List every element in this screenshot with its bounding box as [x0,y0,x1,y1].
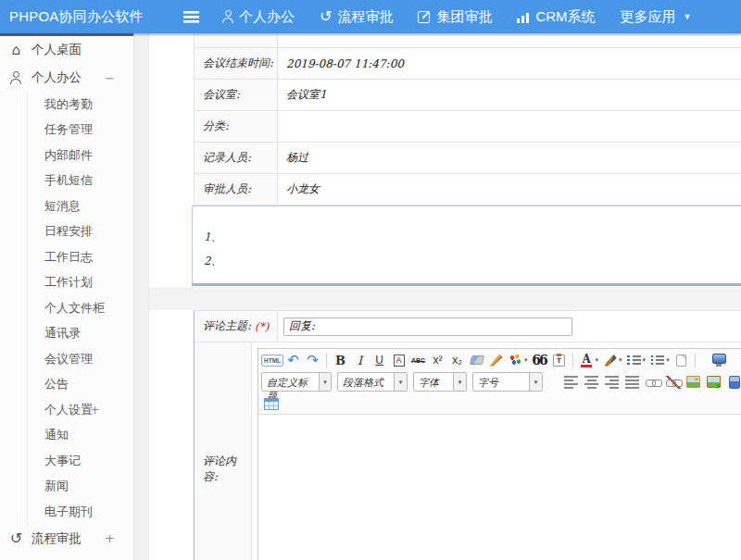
align-left-icon [564,375,578,389]
sidebar-item-notices[interactable]: 通知 [27,423,133,449]
blockquote-icon: 66 [532,353,546,367]
align-center-icon[interactable] [582,373,601,392]
expand-toggle-icon[interactable]: + [90,403,100,417]
unordered-list-icon[interactable] [647,351,667,369]
font-size-select[interactable]: 字号▾ [472,372,543,392]
nav-workflow-approval[interactable]: ↺流程审批 [320,8,393,26]
sidebar-item-news[interactable]: 新闻 [27,474,133,500]
justify-icon[interactable] [622,373,642,392]
font-family-select[interactable]: 字体▾ [413,372,467,392]
strikethrough-icon[interactable]: ABC [408,351,428,369]
blockquote-icon[interactable]: 66 [530,351,549,369]
sidebar-item-e-journal[interactable]: 电子期刊 [27,499,133,525]
notes-line: 2、 [204,254,741,269]
highlight-color-icon [603,354,617,367]
ordered-list-icon [627,354,641,367]
sidebar-item-work-log[interactable]: 工作日志 [27,244,133,270]
paste-from-word-icon[interactable] [549,351,569,369]
align-right-icon[interactable] [602,373,622,392]
ordered-list-icon[interactable] [624,351,644,369]
nav-workflow-approval-label: 流程审批 [337,8,393,26]
meeting-detail-table: 会议结束时间:2019-08-07 11:47:00会议室:会议室1分类:记录人… [194,33,741,205]
sidebar-item-meetings[interactable]: 会议管理 [27,346,133,372]
sidebar-item-internal-mail[interactable]: 内部邮件 [27,143,133,168]
content-area: 会议结束时间:2019-08-07 11:47:00会议室:会议室1分类:记录人… [149,33,741,560]
superscript-icon[interactable]: x² [428,351,447,369]
format-brush-icon [490,355,503,367]
menu-icon[interactable] [183,11,199,23]
font-color-icon[interactable]: A [577,351,597,369]
insert-flash-icon[interactable] [724,373,741,392]
nav-more-apps[interactable]: 更多应用▼ [621,8,692,26]
fullscreen-icon[interactable] [710,351,729,369]
heading-select[interactable]: 自定义标题▾ [261,372,332,392]
font-style-box-icon[interactable]: A [389,351,408,369]
sidebar-item-personal-office[interactable]: 个人办公− [0,64,133,92]
comment-subject-label: 评论主题: (*) [195,311,278,342]
expand-toggle-icon[interactable]: − [105,71,115,85]
unlink-icon[interactable] [663,373,683,392]
emoticon-paint-icon[interactable] [506,351,525,369]
nav-crm-system[interactable]: CRM系统 [517,8,595,26]
sidebar-item-announcements[interactable]: 公告 [27,372,133,398]
sidebar-item-e-journal-label: 电子期刊 [44,504,93,520]
row-partial-value [278,33,741,47]
undo-icon[interactable]: ↶ [283,351,303,369]
sidebar-item-settings[interactable]: 个人设置+ [27,397,133,423]
sidebar-item-messages[interactable]: 短消息 [27,193,133,219]
sidebar-item-schedule[interactable]: 日程安排 [27,219,133,245]
expand-toggle-icon[interactable]: + [105,531,115,545]
link-icon[interactable] [643,373,662,392]
italic-icon[interactable]: I [350,351,370,369]
paragraph-format-select[interactable]: 段落格式▾ [337,372,408,392]
sidebar-item-work-plan[interactable]: 工作计划 [27,270,133,296]
underline-icon[interactable]: U [370,351,389,369]
user-icon [9,71,23,84]
comment-subject-input[interactable] [283,317,572,336]
nav-group-approval[interactable]: 集团审批 [418,8,492,26]
source-code-button[interactable]: HTML [261,351,283,369]
sidebar-item-contacts[interactable]: 通讯录 [27,321,133,347]
font-color-icon-dropdown-arrow[interactable]: ▾ [596,356,599,364]
sidebar-item-tasks[interactable]: 任务管理 [27,118,133,143]
align-left-icon[interactable] [561,373,581,392]
insert-table-icon[interactable] [261,394,281,413]
insert-flash-icon [729,376,740,389]
sidebar-item-attendance[interactable]: 我的考勤 [27,92,133,118]
heading-select-arrow-icon[interactable]: ▾ [319,373,331,391]
bold-icon[interactable]: B [331,351,350,369]
row-category-value [278,111,741,142]
sidebar-item-sms[interactable]: 手机短信 [27,168,133,194]
font-size-select-arrow-icon[interactable]: ▾ [529,373,542,391]
highlight-color-icon[interactable] [600,351,620,369]
row-partial [195,33,741,48]
insert-media-icon[interactable] [704,373,723,392]
editor-content-area[interactable] [258,414,741,560]
insert-image-icon[interactable] [684,373,703,392]
new-page-icon[interactable] [672,351,691,369]
link-icon [646,376,660,389]
sidebar-item-contacts-label: 通讯录 [44,325,81,342]
paragraph-format-select-arrow-icon[interactable]: ▾ [394,373,407,391]
sidebar-item-file-cabinet[interactable]: 个人文件柜 [27,295,133,321]
sidebar-item-sms-label: 手机短信 [44,172,93,189]
sidebar-item-meetings-label: 会议管理 [44,351,93,367]
nav-personal-office[interactable]: 个人办公 [221,8,295,26]
toolbar-row2-icons [561,373,741,392]
emoticon-paint-icon-dropdown-arrow[interactable]: ▾ [524,356,528,364]
remove-format-eraser-icon[interactable] [467,351,486,369]
ordered-list-icon-dropdown-arrow[interactable]: ▾ [643,356,647,364]
format-brush-icon[interactable] [486,351,506,369]
sidebar-gutter [134,33,149,560]
unordered-list-icon-dropdown-arrow[interactable]: ▾ [666,356,670,364]
sidebar-item-workflow[interactable]: ↺流程审批+ [0,525,133,553]
comment-form-table: 评论主题: (*) 评论内容: HTML↶↷BIUAABCx²x₂▾66A▾▾▾… [194,310,741,560]
paste-from-word-icon [553,355,565,367]
redo-icon[interactable]: ↷ [303,351,322,369]
sidebar-item-desktop[interactable]: ⌂个人桌面 [0,36,133,64]
font-family-select-arrow-icon[interactable]: ▾ [453,373,466,391]
subscript-icon[interactable]: x₂ [447,351,467,369]
highlight-color-icon-dropdown-arrow[interactable]: ▾ [619,356,622,364]
comment-subject-label-text: 评论主题: [203,318,251,334]
sidebar-item-events[interactable]: 大事记 [27,448,133,474]
